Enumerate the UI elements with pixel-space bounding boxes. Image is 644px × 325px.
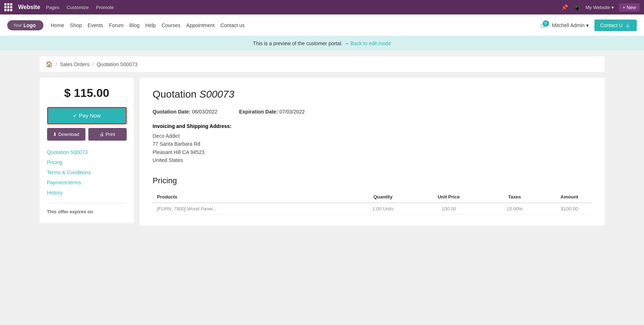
breadcrumb-current: Quotation S00073 xyxy=(97,61,138,67)
admin-bar-right: 📌 📱 My Website ▾ + New xyxy=(561,3,640,12)
sidebar-link-payment[interactable]: Payment terms xyxy=(47,180,127,185)
breadcrumb-sep-1: / xyxy=(56,61,57,67)
address-line-4: United States xyxy=(153,156,592,164)
pin-icon[interactable]: 📌 xyxy=(561,4,568,11)
th-products: Products xyxy=(153,191,350,203)
preview-banner: This is a preview of the customer portal… xyxy=(0,36,644,51)
content-layout: $ 115.00 ✓ Pay Now ⬇ Download 🖨 Print Qu… xyxy=(40,78,605,226)
table-header-row: Products Quantity Unit Price Taxes Amoun… xyxy=(153,191,592,203)
sidebar-link-terms[interactable]: Terms & Conditions xyxy=(47,170,127,175)
website-label[interactable]: My Website ▾ xyxy=(586,5,614,10)
td-taxes: 15.00% xyxy=(481,203,547,215)
address-label: Invoicing and Shipping Address: xyxy=(153,123,592,129)
expiration-date-value: 07/03/2022 xyxy=(279,109,305,115)
admin-bar-nav: Pages Customize Promote xyxy=(46,5,114,10)
cart-badge: 0 xyxy=(543,20,549,27)
sidebar-footer: This offer expires on xyxy=(47,203,127,214)
quotation-meta: Quotation Date: 06/03/2022 Expiration Da… xyxy=(153,109,592,115)
site-nav-links: Home Shop Events Forum Blog Help Courses… xyxy=(51,22,533,28)
back-to-edit-link[interactable]: Back to edit mode xyxy=(350,40,391,46)
pricing-section: Pricing Products Quantity Unit Price Tax… xyxy=(153,176,592,215)
td-quantity: 1.00 Units xyxy=(350,203,416,215)
cart-icon[interactable]: 🛒 0 xyxy=(540,22,546,28)
quotation-title-italic: S00073 xyxy=(199,89,235,100)
address-text: Deco Addict 77 Santa Barbara Rd Pleasant… xyxy=(153,132,592,164)
quotation-date-label: Quotation Date: xyxy=(153,109,191,115)
nav-contact-us[interactable]: Contact us xyxy=(220,22,245,28)
preview-message: This is a preview of the customer portal… xyxy=(253,40,342,46)
quotation-date-item: Quotation Date: 06/03/2022 xyxy=(153,109,218,115)
nav-blog[interactable]: Blog xyxy=(129,22,139,28)
breadcrumb-sales-orders[interactable]: Sales Orders xyxy=(60,61,89,67)
expiration-label: Expiration Date: xyxy=(239,109,278,115)
download-button[interactable]: ⬇ Download xyxy=(47,128,85,141)
logo-your: Your xyxy=(13,23,22,28)
drop-icon: 💧 xyxy=(625,22,631,28)
quotation-title-prefix: Quotation xyxy=(153,89,199,100)
new-button[interactable]: + New xyxy=(619,3,640,12)
th-quantity: Quantity xyxy=(350,191,416,203)
mobile-icon[interactable]: 📱 xyxy=(573,4,581,11)
promote-link[interactable]: Promote xyxy=(96,5,114,10)
quotation-date-value: 06/03/2022 xyxy=(192,109,217,115)
breadcrumb-sep-2: / xyxy=(92,61,94,67)
sidebar-links: Quotation S00073 Pricing Terms & Conditi… xyxy=(47,149,127,196)
site-nav-right: 🛒 0 Mitchell Admin ▾ Contact U 💧 xyxy=(540,20,637,31)
grid-icon[interactable] xyxy=(4,3,12,11)
customize-link[interactable]: Customize xyxy=(67,5,89,10)
admin-bar-title: Website xyxy=(18,4,40,10)
nav-help[interactable]: Help xyxy=(145,22,156,28)
address-section: Invoicing and Shipping Address: Deco Add… xyxy=(153,123,592,164)
address-line-1: Deco Addict xyxy=(153,132,592,140)
pages-link[interactable]: Pages xyxy=(46,5,59,10)
pricing-table: Products Quantity Unit Price Taxes Amoun… xyxy=(153,191,592,215)
preview-arrow: → xyxy=(344,40,349,46)
nav-shop[interactable]: Shop xyxy=(70,22,82,28)
admin-bar: Website Pages Customize Promote 📌 📱 My W… xyxy=(0,0,644,14)
main-container: 🏠 / Sales Orders / Quotation S00073 $ 11… xyxy=(33,51,612,231)
th-amount: Amount xyxy=(547,191,591,203)
user-label[interactable]: Mitchell Admin ▾ xyxy=(552,22,589,28)
td-amount: $100.00 xyxy=(547,203,591,215)
th-unit-price: Unit Price xyxy=(416,191,482,203)
home-icon[interactable]: 🏠 xyxy=(46,61,53,68)
sidebar: $ 115.00 ✓ Pay Now ⬇ Download 🖨 Print Qu… xyxy=(40,78,134,223)
nav-courses[interactable]: Courses xyxy=(161,22,180,28)
quotation-title: Quotation S00073 xyxy=(153,89,592,100)
logo[interactable]: Your Logo xyxy=(7,20,43,30)
breadcrumb: 🏠 / Sales Orders / Quotation S00073 xyxy=(40,56,605,72)
contact-us-label: Contact U xyxy=(600,22,623,28)
sidebar-link-pricing[interactable]: Pricing xyxy=(47,159,127,165)
nav-appointment[interactable]: Appointment xyxy=(186,22,215,28)
table-row: [FURN_7800] Wood Panel... 1.00 Units 100… xyxy=(153,203,592,215)
print-button[interactable]: 🖨 Print xyxy=(88,128,127,141)
nav-forum[interactable]: Forum xyxy=(109,22,123,28)
nav-home[interactable]: Home xyxy=(51,22,64,28)
td-product: [FURN_7800] Wood Panel... xyxy=(153,203,350,215)
expiration-date-item: Expiration Date: 07/03/2022 xyxy=(239,109,304,115)
sidebar-amount: $ 115.00 xyxy=(47,86,127,100)
td-unit-price: 100.00 xyxy=(416,203,482,215)
logo-text: Logo xyxy=(24,22,36,28)
address-line-2: 77 Santa Barbara Rd xyxy=(153,140,592,148)
address-line-3: Pleasant Hill CA 94523 xyxy=(153,148,592,156)
main-content: Quotation S00073 Quotation Date: 06/03/2… xyxy=(140,78,605,226)
nav-events[interactable]: Events xyxy=(88,22,103,28)
th-taxes: Taxes xyxy=(481,191,547,203)
pay-now-button[interactable]: ✓ Pay Now xyxy=(47,107,127,124)
action-buttons: ⬇ Download 🖨 Print xyxy=(47,128,127,141)
contact-us-button[interactable]: Contact U 💧 xyxy=(594,20,637,31)
pricing-title: Pricing xyxy=(153,176,592,185)
sidebar-link-history[interactable]: History xyxy=(47,190,127,196)
site-nav: Your Logo Home Shop Events Forum Blog He… xyxy=(0,14,644,36)
sidebar-link-quotation[interactable]: Quotation S00073 xyxy=(47,149,127,155)
